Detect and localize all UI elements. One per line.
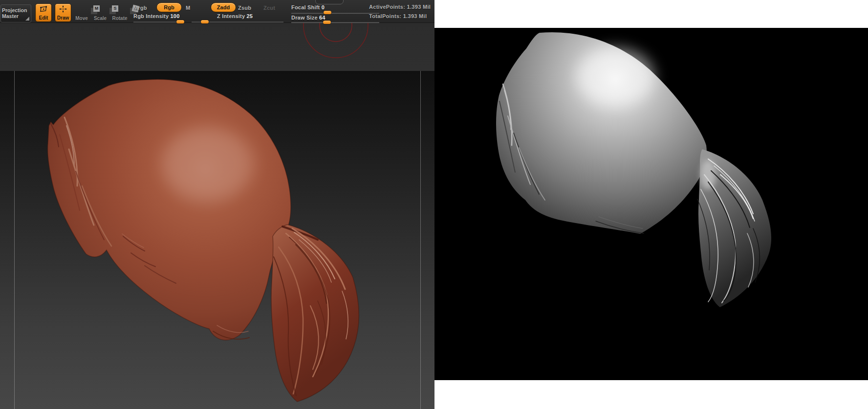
red-model-highlight (161, 127, 254, 201)
focal-shift-slider-label: Focal Shift 0 (291, 4, 325, 10)
total-points-label: TotalPoints: (369, 13, 401, 19)
z-intensity-slider-label: Z Intensity 25 (217, 13, 253, 19)
move-button-label: Move (73, 16, 90, 21)
projection-master-line1: Projection (2, 7, 31, 13)
document-frame-line-left (14, 71, 15, 409)
z-intensity-knob[interactable] (201, 20, 209, 23)
active-points-label: ActivePoints: (369, 4, 405, 10)
active-points-stat: ActivePoints: 1.393 Mil (369, 4, 431, 10)
zcut-mode-button[interactable]: Zcut (263, 5, 275, 11)
draw-size-knob[interactable] (323, 21, 331, 24)
render-margin-bottom (434, 380, 868, 409)
gray-model-highlight (576, 47, 654, 106)
zbrush-window: Projection Master Edit (0, 0, 434, 409)
draw-button[interactable]: Draw (55, 3, 71, 22)
draw-size-track[interactable] (291, 22, 379, 23)
document-frame-line-right (420, 71, 421, 409)
rgb-intensity-slider-label: Rgb Intensity 100 (133, 13, 180, 19)
screenshot-stage: Projection Master Edit (0, 0, 868, 409)
focal-shift-track[interactable] (291, 13, 379, 14)
zsub-mode-button[interactable]: Zsub (238, 5, 251, 11)
draw-button-label: Draw (55, 15, 71, 21)
zadd-mode-button[interactable]: Zadd (211, 2, 236, 12)
scale-button[interactable]: S Scale (92, 3, 108, 22)
scale-button-label: Scale (92, 16, 108, 21)
rotate-button-label: Rotate (110, 16, 129, 21)
total-points-value: 1.393 Mil (403, 13, 427, 19)
popup-tab-partial[interactable] (315, 0, 344, 4)
edit-button-label: Edit (36, 15, 51, 21)
rgb-intensity-value: 100 (171, 13, 180, 19)
m-mode-button[interactable]: M (186, 5, 190, 11)
render-model-grayscale (434, 28, 868, 380)
draw-size-slider-label: Draw Size 64 (291, 15, 326, 21)
rgb-intensity-label: Rgb Intensity (133, 13, 169, 19)
top-shelf-toolbar: Projection Master Edit (0, 0, 434, 23)
draw-crosshair-icon (59, 5, 67, 15)
draw-size-value: 64 (319, 15, 326, 21)
draw-size-label: Draw Size (291, 15, 318, 21)
sculpt-model-red[interactable] (0, 71, 434, 409)
edit-button[interactable]: Edit (35, 3, 52, 22)
gray-tail-bright-patch (700, 160, 716, 189)
projection-master-button[interactable]: Projection Master (0, 4, 31, 23)
rotate-button[interactable]: R Rotate (110, 3, 129, 22)
red-model-tail (271, 225, 359, 402)
render-margin-top (434, 0, 868, 28)
z-intensity-value: 25 (246, 13, 253, 19)
focal-shift-value: 0 (322, 4, 325, 10)
rgb-mode-button[interactable]: Rgb (156, 2, 182, 12)
popup-corner-triangle-icon (25, 17, 29, 21)
brush-cursor-icon (296, 23, 379, 60)
rgb-intensity-knob[interactable] (176, 20, 184, 23)
edit-gyro-icon (40, 5, 47, 15)
z-intensity-label: Z Intensity (217, 13, 245, 19)
focal-shift-knob[interactable] (324, 11, 331, 14)
move-button[interactable]: M Move (73, 3, 90, 22)
total-points-stat: TotalPoints: 1.393 Mil (369, 13, 427, 19)
red-model-body (47, 79, 290, 340)
focal-shift-label: Focal Shift (291, 4, 320, 10)
mrgb-mode-button[interactable]: Mrgb (133, 5, 147, 11)
active-points-value: 1.393 Mil (407, 4, 431, 10)
render-preview-area (434, 28, 868, 380)
